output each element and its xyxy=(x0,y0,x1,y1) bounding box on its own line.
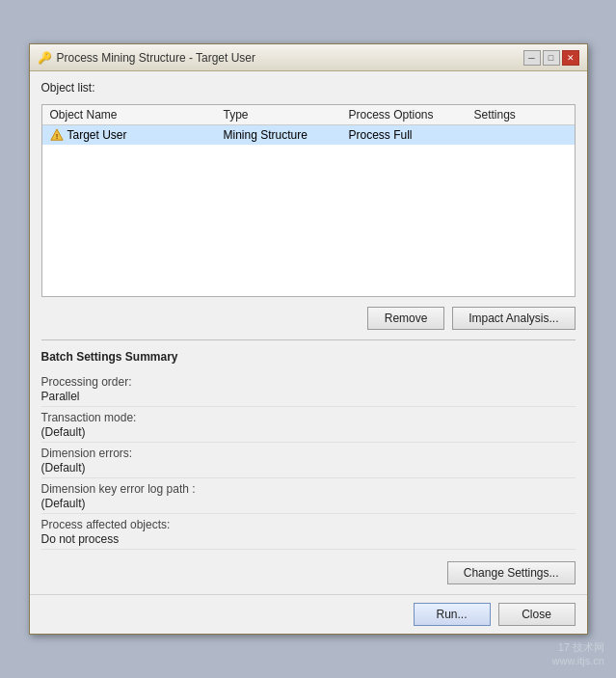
col-header-type: Type xyxy=(216,108,341,122)
label-key-error-log-path: Dimension key error log path : xyxy=(41,480,576,496)
label-processing-order: Processing order: xyxy=(41,373,576,389)
title-bar-left: 🔑 Process Mining Structure - Target User xyxy=(38,51,256,65)
table-header: Object Name Type Process Options Setting… xyxy=(42,105,575,125)
maximize-button[interactable]: □ xyxy=(543,50,560,66)
value-transaction-mode: (Default) xyxy=(41,424,576,443)
batch-settings-title: Batch Settings Summary xyxy=(41,350,576,364)
svg-text:!: ! xyxy=(55,132,58,141)
change-settings-button[interactable]: Change Settings... xyxy=(447,561,576,584)
value-dimension-errors: (Default) xyxy=(41,460,576,478)
label-process-affected: Process affected objects: xyxy=(41,516,576,531)
col-header-settings: Settings xyxy=(467,108,575,122)
row-type: Mining Structure xyxy=(216,128,341,142)
col-header-name: Object Name xyxy=(42,108,216,122)
watermark: 17 技术网 www.itjs.cn xyxy=(552,640,604,666)
object-list-label: Object list: xyxy=(41,81,576,95)
value-process-affected: Do not process xyxy=(41,531,576,550)
main-content: Object list: Object Name Type Process Op… xyxy=(30,71,587,594)
dialog-close-button[interactable]: Close xyxy=(498,603,576,626)
change-settings-row: Change Settings... xyxy=(41,561,576,584)
window-icon: 🔑 xyxy=(38,51,51,65)
remove-button[interactable]: Remove xyxy=(367,307,444,330)
bottom-buttons: Run... Close xyxy=(30,594,587,634)
impact-analysis-button[interactable]: Impact Analysis... xyxy=(452,307,575,330)
minimize-button[interactable]: ─ xyxy=(523,50,541,66)
title-bar: 🔑 Process Mining Structure - Target User… xyxy=(30,44,587,71)
row-process-options: Process Full xyxy=(341,128,467,142)
row-object-name: ! Target User xyxy=(42,128,216,142)
warning-icon: ! xyxy=(50,128,64,142)
col-header-process: Process Options xyxy=(341,108,467,122)
batch-settings-grid: Processing order: Parallel Transaction m… xyxy=(41,373,576,552)
close-button[interactable]: ✕ xyxy=(562,50,579,66)
separator-1 xyxy=(41,339,576,340)
value-processing-order: Parallel xyxy=(41,389,576,407)
label-dimension-errors: Dimension errors: xyxy=(41,445,576,460)
label-transaction-mode: Transaction mode: xyxy=(41,409,576,424)
table-row[interactable]: ! Target User Mining Structure Process F… xyxy=(42,125,575,145)
window-title: Process Mining Structure - Target User xyxy=(57,51,256,65)
title-bar-buttons: ─ □ ✕ xyxy=(523,50,579,66)
value-key-error-log-path: (Default) xyxy=(41,496,576,514)
main-window: 🔑 Process Mining Structure - Target User… xyxy=(29,43,588,635)
run-button[interactable]: Run... xyxy=(414,603,491,626)
object-action-buttons: Remove Impact Analysis... xyxy=(41,307,576,330)
object-list-table: Object Name Type Process Options Setting… xyxy=(41,104,576,297)
